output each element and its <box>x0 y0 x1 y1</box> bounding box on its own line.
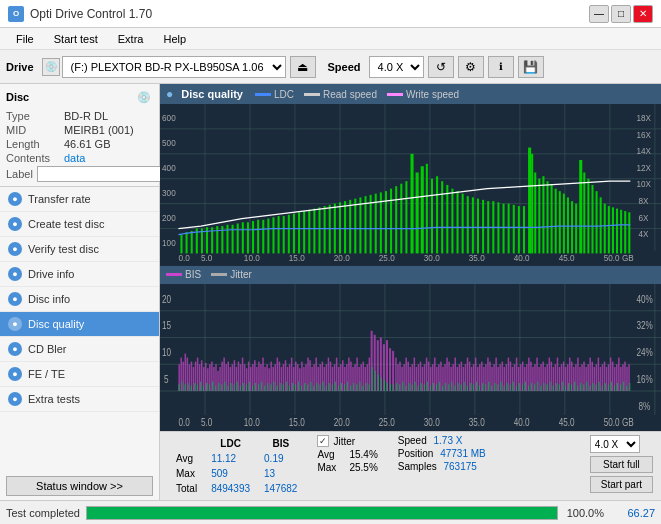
svg-rect-493 <box>497 384 498 391</box>
svg-rect-93 <box>441 181 443 253</box>
svg-rect-499 <box>516 386 517 391</box>
svg-rect-520 <box>580 383 581 391</box>
speed-label: Speed <box>328 61 361 73</box>
nav-item-create-test-disc[interactable]: ●Create test disc <box>0 212 159 237</box>
nav-item-extra-tests[interactable]: ●Extra tests <box>0 387 159 412</box>
speed-select[interactable]: 4.0 X <box>369 56 424 78</box>
svg-rect-443 <box>344 384 345 391</box>
svg-rect-472 <box>433 383 434 391</box>
svg-rect-482 <box>464 382 465 391</box>
svg-rect-350 <box>551 361 553 390</box>
svg-rect-390 <box>181 382 182 391</box>
svg-rect-469 <box>424 384 425 391</box>
svg-text:5.0: 5.0 <box>201 416 212 428</box>
stats-area: LDC BIS Avg 11.12 0.19 Max 509 13 Total … <box>160 431 661 500</box>
svg-rect-116 <box>551 185 553 253</box>
menu-help[interactable]: Help <box>155 31 194 47</box>
svg-rect-494 <box>500 382 501 391</box>
nav-label-create-test-disc: Create test disc <box>28 218 104 230</box>
main-layout: Disc 💿 Type BD-R DL MID MEIRB1 (001) Len… <box>0 84 661 500</box>
svg-rect-97 <box>462 194 464 254</box>
svg-rect-473 <box>436 384 437 391</box>
svg-text:16X: 16X <box>636 129 651 140</box>
menu-file[interactable]: File <box>8 31 42 47</box>
save-button[interactable]: 💾 <box>518 56 544 78</box>
nav-item-disc-quality[interactable]: ●Disc quality <box>0 312 159 337</box>
legend-write-label: Write speed <box>406 89 459 100</box>
svg-rect-442 <box>341 383 342 391</box>
svg-rect-377 <box>606 367 608 391</box>
svg-rect-448 <box>359 382 360 391</box>
minimize-button[interactable]: — <box>589 5 609 23</box>
nav-icon-transfer-rate: ● <box>8 192 22 206</box>
svg-rect-401 <box>215 386 216 391</box>
svg-rect-302 <box>452 364 454 391</box>
status-window-button[interactable]: Status window >> <box>6 476 153 496</box>
svg-rect-505 <box>534 384 535 391</box>
svg-rect-495 <box>504 386 505 391</box>
chart-header-icon: ● <box>166 87 173 101</box>
nav-item-drive-info[interactable]: ●Drive info <box>0 262 159 287</box>
start-part-button[interactable]: Start part <box>590 476 653 493</box>
refresh-button[interactable]: ↺ <box>428 56 454 78</box>
disc-label-input[interactable] <box>37 166 170 182</box>
svg-rect-531 <box>614 386 615 391</box>
svg-rect-210 <box>256 367 258 391</box>
svg-rect-78 <box>364 196 366 253</box>
svg-rect-314 <box>477 367 479 391</box>
position-row: Position 47731 MB <box>398 448 486 459</box>
menu-extra[interactable]: Extra <box>110 31 152 47</box>
svg-rect-299 <box>446 357 448 390</box>
settings-button[interactable]: ⚙ <box>458 56 484 78</box>
nav-item-transfer-rate[interactable]: ●Transfer rate <box>0 187 159 212</box>
svg-rect-383 <box>618 357 620 390</box>
jitter-checkbox[interactable]: ✓ <box>317 435 329 447</box>
nav-item-fe-te[interactable]: ●FE / TE <box>0 362 159 387</box>
nav-item-verify-test-disc[interactable]: ●Verify test disc <box>0 237 159 262</box>
svg-rect-42 <box>180 235 182 254</box>
svg-text:30.0: 30.0 <box>424 416 440 428</box>
svg-rect-395 <box>197 384 198 391</box>
jitter-max-label: Max <box>317 462 345 473</box>
svg-rect-74 <box>344 201 346 253</box>
nav-item-disc-info[interactable]: ●Disc info <box>0 287 159 312</box>
eject-button[interactable]: ⏏ <box>290 56 316 78</box>
svg-rect-296 <box>440 361 442 390</box>
svg-rect-371 <box>594 367 596 391</box>
svg-rect-487 <box>479 386 480 391</box>
svg-text:15: 15 <box>162 319 171 331</box>
svg-rect-111 <box>531 154 533 254</box>
svg-rect-466 <box>415 382 416 391</box>
svg-text:50.0 GB: 50.0 GB <box>604 252 634 263</box>
nav-item-cd-bler[interactable]: ●CD Bler <box>0 337 159 362</box>
svg-rect-478 <box>451 382 452 391</box>
svg-rect-118 <box>559 191 561 253</box>
svg-rect-106 <box>508 204 510 254</box>
svg-rect-359 <box>569 357 571 390</box>
close-button[interactable]: ✕ <box>633 5 653 23</box>
maximize-button[interactable]: □ <box>611 5 631 23</box>
svg-rect-320 <box>489 361 491 390</box>
svg-rect-419 <box>270 384 271 391</box>
contents-value[interactable]: data <box>64 152 85 164</box>
svg-rect-504 <box>531 383 532 391</box>
svg-rect-110 <box>528 148 531 254</box>
svg-rect-411 <box>246 384 247 391</box>
menu-start-test[interactable]: Start test <box>46 31 106 47</box>
svg-rect-132 <box>616 209 618 254</box>
speed-select-stats[interactable]: 4.0 X <box>590 435 640 453</box>
drive-select[interactable]: (F:) PLEXTOR BD-R PX-LB950SA 1.06 <box>62 56 286 78</box>
svg-rect-100 <box>477 199 479 254</box>
svg-rect-70 <box>324 206 326 253</box>
info-button[interactable]: ℹ <box>488 56 514 78</box>
svg-rect-480 <box>458 383 459 391</box>
svg-rect-124 <box>583 172 585 253</box>
svg-rect-490 <box>488 382 489 391</box>
svg-rect-527 <box>602 386 603 391</box>
start-full-button[interactable]: Start full <box>590 456 653 473</box>
disc-icon-button[interactable]: 💿 <box>135 88 153 106</box>
svg-rect-112 <box>534 172 536 253</box>
svg-rect-125 <box>587 179 589 254</box>
svg-rect-483 <box>467 386 468 391</box>
svg-text:25.0: 25.0 <box>379 416 395 428</box>
